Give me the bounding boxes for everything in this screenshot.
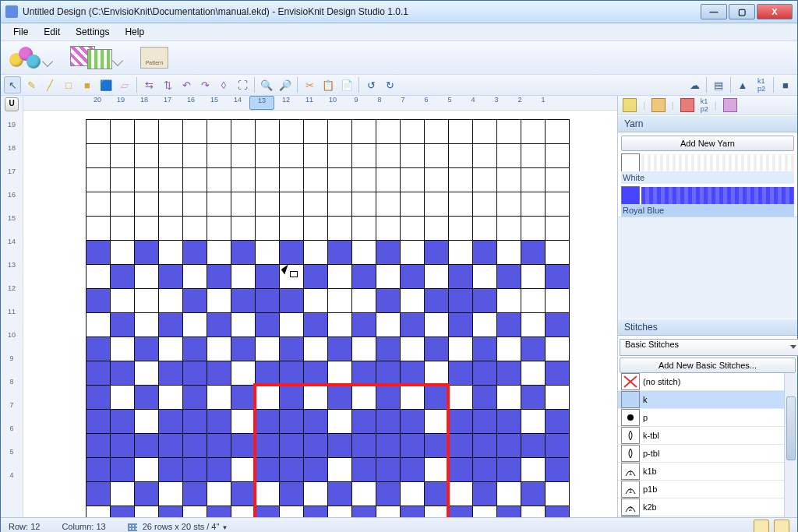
grid-cell[interactable]	[521, 386, 546, 410]
grid-cell[interactable]	[425, 120, 449, 144]
grid-cell[interactable]	[183, 482, 207, 506]
grid-cell[interactable]	[521, 434, 546, 458]
grid-cell[interactable]	[135, 410, 159, 434]
grid-cell[interactable]	[111, 289, 135, 313]
grid-cell[interactable]	[159, 458, 183, 482]
grid-cell[interactable]	[425, 144, 449, 168]
grid-cell[interactable]	[546, 144, 570, 168]
grid-cell[interactable]	[87, 313, 111, 337]
grid-cell[interactable]	[207, 289, 231, 313]
grid-cell[interactable]	[135, 289, 159, 313]
grid-cell[interactable]	[87, 337, 111, 361]
grid-cell[interactable]	[256, 289, 280, 313]
grid-cell[interactable]	[328, 361, 352, 386]
grid-cell[interactable]	[328, 410, 352, 434]
grid-cell[interactable]	[328, 313, 352, 337]
grid-cell[interactable]	[521, 410, 546, 434]
grid-cell[interactable]	[546, 482, 570, 506]
grid-cell[interactable]	[256, 241, 280, 265]
grid-cell[interactable]	[231, 337, 256, 361]
grid-cell[interactable]	[328, 289, 352, 313]
tool-redo[interactable]: ↻	[381, 76, 398, 93]
grid-cell[interactable]	[425, 506, 449, 518]
grid-cell[interactable]	[328, 192, 352, 217]
grid-cell[interactable]	[280, 168, 304, 192]
grid-cell[interactable]	[183, 168, 207, 192]
grid-cell[interactable]	[328, 482, 352, 506]
canvas-area[interactable]: 2019181716151413121110987654321 8-stitch…	[23, 96, 617, 517]
panel-icon-1[interactable]	[623, 98, 637, 112]
grid-cell[interactable]	[425, 386, 449, 410]
grid-cell[interactable]	[111, 506, 135, 518]
grid-cell[interactable]	[207, 434, 231, 458]
grid-cell[interactable]	[135, 361, 159, 386]
menu-file[interactable]: File	[7, 25, 34, 39]
grid-cell[interactable]	[425, 289, 449, 313]
grid-cell[interactable]	[111, 458, 135, 482]
grid-cell[interactable]	[111, 361, 135, 386]
grid-cell[interactable]	[401, 120, 425, 144]
grid-cell[interactable]	[473, 482, 497, 506]
tool-zoom-in[interactable]: 🔍	[258, 76, 275, 93]
grid-cell[interactable]	[449, 168, 473, 192]
grid-cell[interactable]	[401, 386, 425, 410]
grid-cell[interactable]	[304, 506, 328, 518]
grid-cell[interactable]	[207, 168, 231, 192]
menu-help[interactable]: Help	[118, 25, 150, 39]
tool-copy[interactable]: 📋	[320, 76, 337, 93]
grid-cell[interactable]	[546, 168, 570, 192]
grid-cell[interactable]	[521, 120, 546, 144]
grid-cell[interactable]	[304, 386, 328, 410]
grid-cell[interactable]	[376, 120, 401, 144]
grid-cell[interactable]	[376, 265, 401, 289]
grid-cell[interactable]	[328, 217, 352, 241]
grid-cell[interactable]	[521, 265, 546, 289]
grid-cell[interactable]	[546, 361, 570, 386]
tool-rect[interactable]: □	[60, 76, 77, 93]
grid-cell[interactable]	[159, 313, 183, 337]
window-maximize-button[interactable]: ▢	[729, 4, 755, 19]
grid-cell[interactable]	[425, 241, 449, 265]
grid-cell[interactable]	[304, 313, 328, 337]
grid-cell[interactable]	[111, 217, 135, 241]
add-yarn-button[interactable]: Add New Yarn	[621, 136, 794, 151]
grid-cell[interactable]	[207, 337, 231, 361]
grid-cell[interactable]	[546, 434, 570, 458]
grid-cell[interactable]	[352, 361, 376, 386]
grid-cell[interactable]	[159, 168, 183, 192]
grid-cell[interactable]	[256, 386, 280, 410]
grid-cell[interactable]	[497, 144, 521, 168]
grid-cell[interactable]	[183, 506, 207, 518]
grid-cell[interactable]	[376, 386, 401, 410]
grid-cell[interactable]	[256, 168, 280, 192]
pattern-library-button[interactable]: Pattern	[136, 44, 172, 71]
grid-cell[interactable]	[376, 434, 401, 458]
grid-cell[interactable]	[280, 482, 304, 506]
panel-icon-3[interactable]	[680, 98, 694, 112]
grid-cell[interactable]	[449, 192, 473, 217]
grid-cell[interactable]	[521, 337, 546, 361]
grid-cell[interactable]	[376, 313, 401, 337]
stitch-scrollbar[interactable]	[784, 373, 797, 517]
tool-pointer[interactable]: ↖	[4, 76, 21, 93]
grid-cell[interactable]	[473, 337, 497, 361]
grid-cell[interactable]	[231, 313, 256, 337]
grid-cell[interactable]	[207, 217, 231, 241]
grid-cell[interactable]	[352, 410, 376, 434]
grid-cell[interactable]	[231, 241, 256, 265]
grid-cell[interactable]	[231, 386, 256, 410]
grid-cell[interactable]	[401, 313, 425, 337]
grid-cell[interactable]	[425, 410, 449, 434]
grid-cell[interactable]	[352, 265, 376, 289]
grid-cell[interactable]	[111, 241, 135, 265]
grid-cell[interactable]	[473, 192, 497, 217]
grid-cell[interactable]	[256, 361, 280, 386]
grid-cell[interactable]	[183, 410, 207, 434]
grid-cell[interactable]	[111, 410, 135, 434]
grid-cell[interactable]	[546, 313, 570, 337]
grid-cell[interactable]	[256, 434, 280, 458]
grid-cell[interactable]	[473, 458, 497, 482]
grid-cell[interactable]	[111, 337, 135, 361]
stitch-row[interactable]: 2k2b	[618, 499, 784, 516]
tool-mirror[interactable]: ◊	[215, 76, 232, 93]
